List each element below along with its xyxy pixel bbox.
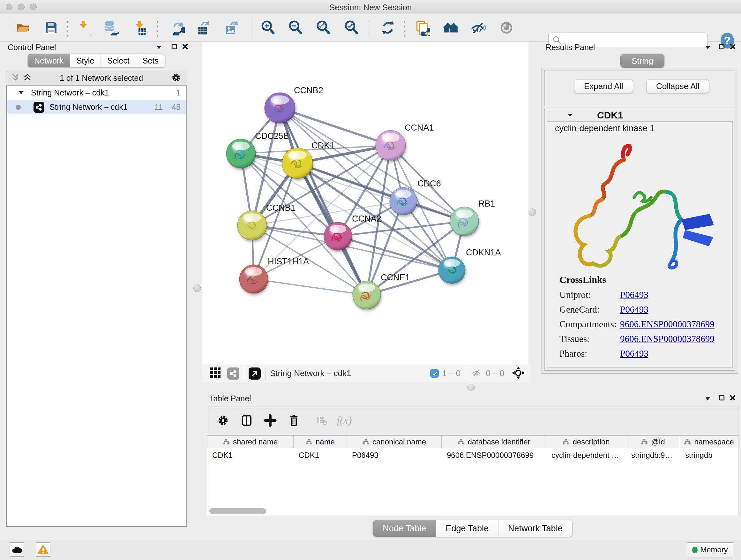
float-panel-button[interactable] xyxy=(704,396,711,402)
protein-structure-image xyxy=(554,138,726,272)
maximize-panel-button[interactable] xyxy=(171,44,178,51)
export-network-file-button[interactable] xyxy=(169,20,185,36)
string-network-icon xyxy=(33,102,44,113)
network-collection-row[interactable]: String Network – cdk1 1 xyxy=(7,85,186,100)
grid-icon xyxy=(209,367,221,379)
show-selected-button[interactable] xyxy=(498,20,515,36)
column-header-canonical-name[interactable]: canonical name xyxy=(347,435,442,448)
node-CCNB2[interactable]: CCNB2 xyxy=(265,85,323,123)
node-RB1[interactable]: RB1 xyxy=(450,199,495,236)
vertical-splitter-handle-right[interactable] xyxy=(529,208,536,216)
import-table-button[interactable] xyxy=(131,20,147,36)
node-HIST1H1A[interactable]: HIST1H1A xyxy=(239,257,309,294)
network-collection-label: String Network – cdk1 xyxy=(31,88,176,98)
node-CDKN1A[interactable]: CDKN1A xyxy=(439,248,501,284)
memory-status-dot xyxy=(692,547,697,553)
warnings-button[interactable] xyxy=(36,542,51,557)
close-panel-button[interactable] xyxy=(730,44,736,51)
float-panel-button[interactable] xyxy=(704,45,711,51)
save-session-button[interactable] xyxy=(43,20,59,36)
close-panel-button[interactable] xyxy=(730,395,736,402)
tab-network[interactable]: Network xyxy=(28,54,70,67)
zoom-selected-button[interactable] xyxy=(343,20,359,36)
tab-select[interactable]: Select xyxy=(100,54,136,67)
zoom-fit-button[interactable] xyxy=(315,20,331,36)
edge-HIST1H1A-CCNE1[interactable] xyxy=(254,279,367,295)
first-neighbors-button[interactable] xyxy=(443,20,459,36)
tree-expand-icon[interactable] xyxy=(18,90,24,95)
gene-section-header[interactable]: CDK1 xyxy=(545,109,735,121)
node-label-CCNB1: CCNB1 xyxy=(266,203,295,212)
collapse-all-networks-button[interactable] xyxy=(11,73,20,83)
apply-layout-button[interactable] xyxy=(380,20,396,36)
table-header-row: shared namenamecanonical namedatabase id… xyxy=(207,435,738,448)
tab-network-table[interactable]: Network Table xyxy=(498,520,572,537)
crosslink-label: GeneCard: xyxy=(559,304,620,319)
maximize-panel-button[interactable] xyxy=(719,395,725,402)
import-network-database-button[interactable] xyxy=(103,20,119,36)
export-image-button[interactable] xyxy=(223,20,239,36)
crosslink-row: Tissues:9606.ENSP00000378699 xyxy=(559,334,725,348)
column-header-shared-name[interactable]: shared name xyxy=(207,435,293,448)
table-row[interactable]: CDK1CDK1P064939606.ENSP00000378699cyclin… xyxy=(207,448,738,462)
control-panel-tabs: NetworkStyleSelectSets xyxy=(27,54,165,68)
grid-view-button[interactable] xyxy=(209,367,221,380)
toolbar-separator xyxy=(369,18,370,37)
zoom-in-button[interactable] xyxy=(260,20,276,36)
table-cell: cyclin-dependent … xyxy=(546,448,626,462)
open-session-button[interactable] xyxy=(15,20,31,36)
export-table-button[interactable] xyxy=(195,20,211,36)
delete-column-button[interactable] xyxy=(286,412,302,429)
maximize-panel-button[interactable] xyxy=(719,44,725,51)
float-panel-button[interactable] xyxy=(156,45,162,51)
network-row[interactable]: String Network – cdk1 11 48 xyxy=(7,100,186,114)
column-header-description[interactable]: description xyxy=(546,435,626,448)
detach-view-button[interactable] xyxy=(249,368,261,380)
network-tree: String Network – cdk1 1 String Network –… xyxy=(6,85,187,527)
fit-content-button[interactable] xyxy=(511,366,525,381)
column-header-namespace[interactable]: namespace xyxy=(680,435,738,448)
selected-count-checkbox[interactable] xyxy=(430,369,439,378)
zoom-out-icon xyxy=(288,20,303,36)
crosslink-link[interactable]: P06493 xyxy=(620,304,649,319)
crosslink-link[interactable]: 9606.ENSP00000378699 xyxy=(620,319,715,334)
zoom-out-button[interactable] xyxy=(287,20,304,36)
vertical-splitter-handle-left[interactable] xyxy=(193,285,201,292)
hide-selected-button[interactable] xyxy=(470,20,486,36)
crosslink-link[interactable]: P06493 xyxy=(620,348,649,363)
collection-count: 1 xyxy=(176,88,181,98)
crosslink-link[interactable]: P06493 xyxy=(620,290,649,304)
toolbar-separator xyxy=(404,18,405,37)
column-header--id[interactable]: @id xyxy=(626,435,680,448)
database-icon xyxy=(103,20,119,36)
import-network-file-button[interactable] xyxy=(75,20,91,36)
table-options-button[interactable] xyxy=(215,412,231,429)
tab-string[interactable]: String xyxy=(620,54,664,68)
warning-icon xyxy=(38,545,49,554)
tab-node-table[interactable]: Node Table xyxy=(373,520,435,537)
string-view-button[interactable] xyxy=(227,368,239,380)
add-column-button[interactable] xyxy=(262,412,279,429)
expand-all-button[interactable]: Expand All xyxy=(574,79,633,93)
horizontal-scrollbar-thumb[interactable] xyxy=(209,508,266,514)
expand-all-networks-button[interactable] xyxy=(23,73,32,83)
collapse-section-icon[interactable] xyxy=(567,113,573,118)
tab-style[interactable]: Style xyxy=(70,54,101,67)
crosslink-link[interactable]: 9606.ENSP00000378699 xyxy=(620,334,715,348)
gear-icon xyxy=(217,414,229,427)
network-canvas[interactable]: CCNB2CCNA1CDC25BCDK1CDC6RB1CCNB1CCNA2CDK… xyxy=(202,42,529,364)
node-CCNA1[interactable]: CCNA1 xyxy=(376,123,434,160)
tab-edge-table[interactable]: Edge Table xyxy=(435,520,498,537)
crosslinks-title: CrossLinks xyxy=(559,274,725,285)
column-header-name[interactable]: name xyxy=(293,435,347,448)
close-panel-button[interactable] xyxy=(182,44,188,51)
edge-CCNB2-CCNA1[interactable] xyxy=(280,108,391,145)
collapse-all-button[interactable]: Collapse All xyxy=(646,79,710,93)
tab-sets[interactable]: Sets xyxy=(136,54,165,67)
network-options-button[interactable] xyxy=(171,72,182,84)
memory-button[interactable]: Memory xyxy=(687,542,733,557)
cloud-status-button[interactable] xyxy=(10,542,24,557)
new-network-from-selection-button[interactable] xyxy=(414,20,430,36)
column-header-database-identifier[interactable]: database identifier xyxy=(442,435,546,448)
show-columns-button[interactable] xyxy=(239,412,255,429)
